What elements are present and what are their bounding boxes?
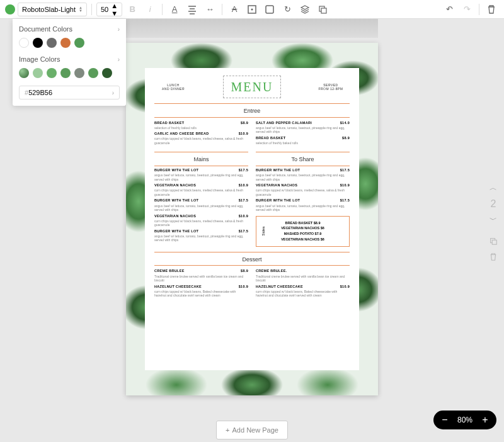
menu-item: BURGER WITH THE LOT$17.5angus beef w/ le… xyxy=(154,198,248,212)
menu-item: CREME BRULEE$8.9Traditional creme brulee… xyxy=(154,269,248,282)
menu-item: BURGER WITH THE LOT$17.5angus beef w/ le… xyxy=(154,229,248,242)
delete-button[interactable] xyxy=(484,2,499,17)
sides-box: Sides BREAD BASKET $8.9VEGETARIAN NACHOS… xyxy=(256,216,350,247)
side-item: BREAD BASKET $8.9 xyxy=(261,220,344,226)
duplicate-page-button[interactable] xyxy=(489,237,498,247)
previous-page-edge[interactable] xyxy=(126,19,378,38)
document-swatches xyxy=(19,38,120,48)
side-item: VEGETARIAN NACHOS $6 xyxy=(261,225,344,231)
menu-item: VEGETARIAN NACHOS$10.9corn chips topped … xyxy=(154,183,248,196)
add-page-button[interactable]: + Add New Page xyxy=(216,421,288,439)
menu-item: BREAD BASKET$8.9selection of freshly bak… xyxy=(154,121,248,130)
color-swatch[interactable] xyxy=(102,68,112,78)
text-style-button[interactable]: A xyxy=(227,2,242,17)
trash-icon xyxy=(486,4,496,14)
layers-button[interactable] xyxy=(297,2,312,17)
trash-icon xyxy=(489,252,498,261)
redo-button[interactable]: ↷ xyxy=(459,2,474,17)
align-button[interactable] xyxy=(185,2,200,17)
font-family-select[interactable]: RobotoSlab-Light ▲▼ xyxy=(18,3,87,16)
color-swatch[interactable] xyxy=(60,38,71,48)
menu-content: LUNCHAND DINNER MENU SERVEDFROM 12-8PM E… xyxy=(145,68,359,370)
color-swatch[interactable] xyxy=(33,68,43,78)
color-swatch[interactable] xyxy=(47,38,57,48)
section-title: Dessert xyxy=(154,256,350,264)
color-swatch[interactable] xyxy=(60,68,71,78)
color-swatch[interactable] xyxy=(74,38,84,48)
zoom-out-button[interactable]: − xyxy=(440,414,450,426)
color-panel: Document Colors › Image Colors › #529B56… xyxy=(13,19,126,106)
page-down-button[interactable]: ﹀ xyxy=(490,215,497,225)
menu-title-box[interactable]: MENU xyxy=(223,76,282,98)
svg-point-1 xyxy=(251,8,253,10)
crop-button[interactable] xyxy=(262,2,277,17)
side-item: VEGETARIAN NACHOS $6 xyxy=(261,237,344,242)
chevron-right-icon: › xyxy=(118,56,120,63)
side-item: MASHED POTATO $7.9 xyxy=(261,231,344,237)
text-color-button[interactable] xyxy=(5,4,15,14)
page-up-button[interactable]: ︿ xyxy=(490,183,497,193)
undo-button[interactable]: ↶ xyxy=(442,2,457,17)
image-colors-label: Image Colors xyxy=(19,55,60,63)
sides-label: Sides xyxy=(261,227,267,236)
square-icon xyxy=(247,4,257,14)
spacing-button[interactable]: ↔ xyxy=(202,2,217,17)
toolbar: RobotoSlab-Light ▲▼ 50 ▲▼ B i A ↔ A ↻ ↶ … xyxy=(0,0,504,19)
font-family-value: RobotoSlab-Light xyxy=(22,6,76,13)
menu-item: HAZELNUT CHEESECAKE$10.9corn chips toppe… xyxy=(256,285,350,298)
font-size-select[interactable]: 50 ▲▼ xyxy=(96,3,122,16)
menu-item: GARLIC AND CHEESE BREAD$10.9corn chips t… xyxy=(154,132,248,145)
menu-title: MENU xyxy=(231,79,273,95)
zoom-level: 80% xyxy=(457,416,472,424)
frame-button[interactable] xyxy=(244,2,260,17)
color-swatch[interactable] xyxy=(88,68,98,78)
underline-button[interactable]: A xyxy=(167,2,182,17)
font-size-value: 50 xyxy=(101,6,108,13)
zoom-control: − 80% + xyxy=(433,411,496,429)
copy-button[interactable] xyxy=(315,2,330,17)
page-controls: ︿ 2 ﹀ xyxy=(489,183,498,263)
menu-item: SALT AND PEPPER CALAMARI$14.0angus beef … xyxy=(256,121,350,134)
menu-item: VEGETARIAN NACHOS$10.9corn chips topped … xyxy=(256,183,350,196)
hex-input[interactable]: #529B56 › xyxy=(19,86,120,99)
hex-value: 529B56 xyxy=(28,89,52,96)
page-canvas[interactable]: LUNCHAND DINNER MENU SERVEDFROM 12-8PM E… xyxy=(126,43,378,395)
color-swatch[interactable] xyxy=(47,68,57,78)
menu-item: HAZELNUT CHEESECAKE$10.9corn chips toppe… xyxy=(154,285,248,298)
rotate-button[interactable]: ↻ xyxy=(280,2,295,17)
color-swatch[interactable] xyxy=(19,38,29,48)
dropdown-arrows-icon: ▲▼ xyxy=(111,2,118,17)
menu-item: VEGETARIAN NACHOS$10.9corn chips topped … xyxy=(154,214,248,227)
svg-rect-6 xyxy=(492,240,496,244)
menu-left-subtitle: LUNCHAND DINNER xyxy=(154,83,192,91)
divider xyxy=(91,4,92,15)
delete-page-button[interactable] xyxy=(489,252,498,263)
add-page-label: Add New Page xyxy=(232,426,278,434)
menu-item: BURGER WITH THE LOT$17.5angus beef w/ le… xyxy=(256,168,350,181)
page-number: 2 xyxy=(491,198,496,210)
layers-icon xyxy=(300,4,310,14)
document-colors-label: Document Colors xyxy=(19,25,72,33)
menu-item: BURGER WITH THE LOT$17.5angus beef w/ le… xyxy=(154,168,248,181)
chevron-right-icon: › xyxy=(118,26,120,33)
section-title: To Share xyxy=(256,156,350,164)
section-title: Mains xyxy=(154,156,248,164)
color-swatch[interactable] xyxy=(33,38,43,48)
italic-button[interactable]: i xyxy=(142,2,158,17)
color-swatch[interactable] xyxy=(19,68,29,78)
align-icon xyxy=(187,4,197,14)
crop-icon xyxy=(265,4,275,14)
image-colors-header[interactable]: Image Colors › xyxy=(19,55,120,63)
copy-icon xyxy=(489,237,498,246)
divider xyxy=(162,4,163,15)
zoom-in-button[interactable]: + xyxy=(480,414,490,426)
svg-rect-2 xyxy=(266,6,273,13)
dropdown-arrows-icon: ▲▼ xyxy=(79,6,83,13)
plus-icon: + xyxy=(226,426,229,434)
image-swatches xyxy=(19,68,120,78)
color-swatch[interactable] xyxy=(74,68,84,78)
document-colors-header[interactable]: Document Colors › xyxy=(19,25,120,33)
menu-right-subtitle: SERVEDFROM 12-8PM xyxy=(312,83,350,91)
bold-button[interactable]: B xyxy=(125,2,140,17)
svg-rect-4 xyxy=(321,8,326,13)
